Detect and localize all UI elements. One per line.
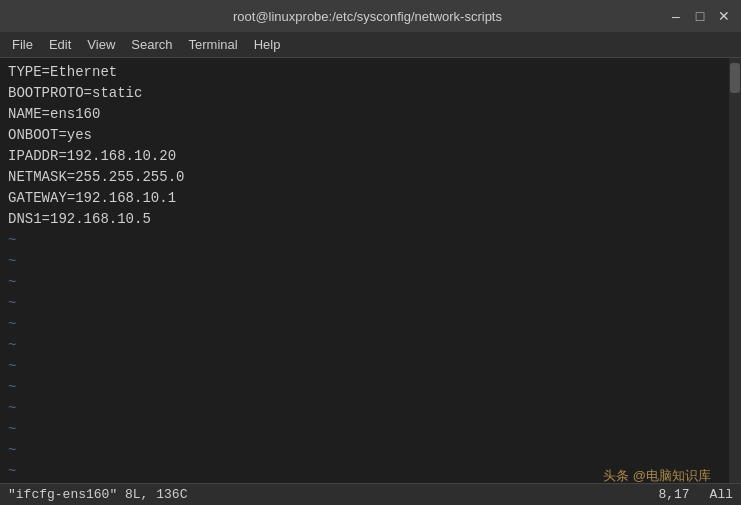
- tilde-line: ~: [8, 316, 16, 332]
- tilde-line: ~: [8, 274, 16, 290]
- tilde-line: ~: [8, 379, 16, 395]
- editor-line: ONBOOT=yes: [8, 127, 92, 143]
- status-filename: "ifcfg-ens160" 8L, 136C: [8, 487, 187, 502]
- tilde-line: ~: [8, 232, 16, 248]
- tilde-line: ~: [8, 421, 16, 437]
- window-title: root@linuxprobe:/etc/sysconfig/network-s…: [68, 9, 667, 24]
- editor-area: TYPE=Ethernet BOOTPROTO=static NAME=ens1…: [0, 58, 741, 483]
- tilde-line: ~: [8, 358, 16, 374]
- menu-help[interactable]: Help: [246, 35, 289, 54]
- menu-terminal[interactable]: Terminal: [181, 35, 246, 54]
- scrollbar-thumb[interactable]: [730, 63, 740, 93]
- editor-line: GATEWAY=192.168.10.1: [8, 190, 176, 206]
- editor-line: NAME=ens160: [8, 106, 100, 122]
- menu-edit[interactable]: Edit: [41, 35, 79, 54]
- menu-view[interactable]: View: [79, 35, 123, 54]
- minimize-button[interactable]: –: [667, 7, 685, 25]
- tilde-line: ~: [8, 337, 16, 353]
- menu-bar: File Edit View Search Terminal Help: [0, 32, 741, 58]
- tilde-line: ~: [8, 253, 16, 269]
- editor-line: NETMASK=255.255.255.0: [8, 169, 184, 185]
- status-position: 8,17 All: [658, 487, 733, 502]
- menu-search[interactable]: Search: [123, 35, 180, 54]
- terminal-window: root@linuxprobe:/etc/sysconfig/network-s…: [0, 0, 741, 505]
- title-bar: root@linuxprobe:/etc/sysconfig/network-s…: [0, 0, 741, 32]
- editor-line: IPADDR=192.168.10.20: [8, 148, 176, 164]
- menu-file[interactable]: File: [4, 35, 41, 54]
- maximize-button[interactable]: □: [691, 7, 709, 25]
- tilde-line: ~: [8, 442, 16, 458]
- editor-line: DNS1=192.168.10.5: [8, 211, 151, 227]
- status-line-col: 8,17: [658, 487, 689, 502]
- window-controls: – □ ✕: [667, 7, 733, 25]
- status-bar: "ifcfg-ens160" 8L, 136C 8,17 All: [0, 483, 741, 505]
- editor-line: BOOTPROTO=static: [8, 85, 142, 101]
- tilde-line: ~: [8, 463, 16, 479]
- tilde-line: ~: [8, 400, 16, 416]
- text-content[interactable]: TYPE=Ethernet BOOTPROTO=static NAME=ens1…: [0, 58, 729, 483]
- scrollbar[interactable]: [729, 58, 741, 483]
- editor-line: TYPE=Ethernet: [8, 64, 117, 80]
- status-position-all: All: [710, 487, 733, 502]
- tilde-line: ~: [8, 295, 16, 311]
- close-button[interactable]: ✕: [715, 7, 733, 25]
